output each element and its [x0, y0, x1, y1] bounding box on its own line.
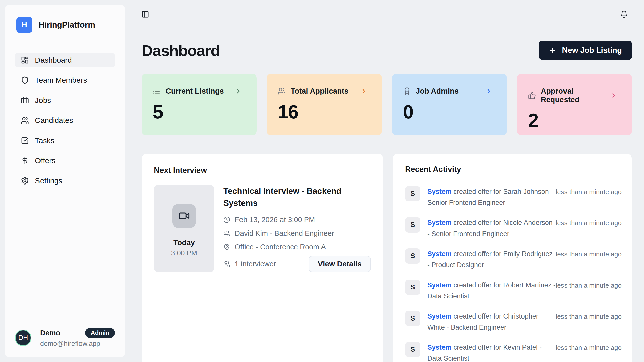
activity-text: System created offer for Emily Rodriguez… [427, 248, 556, 270]
dashboard-content: Dashboard New Job Listing Current Listin… [125, 41, 644, 362]
interview-datetime-row: Feb 13, 2026 at 3:00 PM [223, 216, 371, 224]
recent-activity-heading: Recent Activity [405, 165, 622, 174]
stat-label: Job Admins [416, 87, 459, 95]
activity-text: System created offer for Nicole Anderson… [427, 217, 556, 239]
sidebar-item-label: Settings [35, 176, 62, 185]
user-name: Demo [40, 329, 60, 337]
activity-avatar: S [405, 217, 420, 233]
sidebar-item-dashboard[interactable]: Dashboard [15, 53, 115, 67]
stat-card-current-listings[interactable]: Current Listings 5 [142, 74, 257, 135]
list-icon [153, 87, 160, 95]
page-title: Dashboard [142, 41, 220, 59]
interview-date-tile: Today 3:00 PM [154, 185, 214, 272]
activity-actor[interactable]: System [427, 281, 452, 289]
activity-item: S System created offer for Christopher W… [405, 311, 622, 333]
stat-value: 2 [528, 111, 621, 130]
sidebar-item-label: Candidates [35, 116, 73, 125]
main-area: Dashboard New Job Listing Current Listin… [125, 0, 644, 362]
app-root: H HiringPlatform Dashboard Team Members [0, 0, 644, 362]
chevron-right-icon [360, 87, 371, 95]
activity-item: S System created offer for Sarah Johnson… [405, 186, 622, 208]
sidebar-item-label: Team Members [35, 76, 87, 84]
sidebar-item-label: Offers [35, 156, 55, 165]
activity-item: S System created offer for Robert Martin… [405, 280, 622, 302]
map-pin-icon [223, 244, 230, 250]
app-logo-letter: H [22, 20, 27, 29]
activity-actor[interactable]: System [427, 344, 452, 351]
interviewer-count-row: 1 interviewer [223, 260, 276, 268]
activity-item: S System created offer for Kevin Patel -… [405, 342, 622, 362]
notifications-button[interactable] [620, 10, 628, 18]
activity-timestamp: less than a minute ago [556, 342, 622, 352]
stat-value: 16 [278, 102, 371, 121]
activity-text: System created offer for Christopher Whi… [427, 311, 556, 333]
stat-label: Approval Requested [541, 87, 605, 104]
activity-timestamp: less than a minute ago [556, 311, 622, 321]
chevron-right-icon [235, 87, 246, 95]
sidebar-toggle-button[interactable] [141, 10, 149, 18]
app-title: HiringPlatform [38, 20, 95, 30]
briefcase-icon [21, 96, 29, 104]
stat-value: 5 [153, 102, 246, 121]
award-icon [403, 87, 411, 95]
plus-icon [549, 47, 556, 54]
stat-label: Total Applicants [291, 87, 348, 95]
new-job-listing-label: New Job Listing [562, 46, 622, 55]
next-interview-card: Next Interview Today 3:00 PM Technical I… [142, 154, 383, 362]
sidebar-item-candidates[interactable]: Candidates [15, 113, 115, 127]
thumbs-up-icon [528, 92, 536, 99]
users-icon [278, 87, 286, 95]
activity-actor[interactable]: System [427, 188, 452, 195]
app-logo: H HiringPlatform [15, 17, 115, 33]
avatar-initials: DH [18, 334, 28, 342]
sidebar-nav: Dashboard Team Members Jobs Candidates [15, 53, 115, 188]
sidebar-item-team-members[interactable]: Team Members [15, 73, 115, 87]
avatar: DH [15, 330, 31, 346]
stat-label: Current Listings [166, 87, 224, 95]
sidebar-item-tasks[interactable]: Tasks [15, 133, 115, 148]
sidebar-item-label: Jobs [35, 96, 51, 105]
sidebar-item-settings[interactable]: Settings [15, 174, 115, 188]
bell-icon [620, 10, 628, 18]
user-email: demo@hireflow.app [40, 340, 115, 348]
interview-details: Technical Interview - Backend Systems Fe… [223, 185, 371, 272]
activity-actor[interactable]: System [427, 312, 452, 320]
stat-card-total-applicants[interactable]: Total Applicants 16 [267, 74, 382, 135]
interview-location-row: Office - Conference Room A [223, 243, 371, 251]
activity-actor[interactable]: System [427, 219, 452, 227]
recent-activity-card: Recent Activity S System created offer f… [393, 154, 632, 362]
user-card[interactable]: DH Demo Admin demo@hireflow.app [15, 328, 115, 348]
stats-row: Current Listings 5 Total Applicants [142, 74, 632, 135]
interview-person-row: David Kim - Backend Engineer [223, 229, 371, 238]
panel-left-icon [141, 10, 149, 18]
activity-text: System created offer for Robert Martinez… [427, 280, 556, 302]
sidebar-item-offers[interactable]: Offers [15, 154, 115, 168]
shield-icon [21, 76, 29, 84]
stat-card-approval-requested[interactable]: Approval Requested 2 [517, 74, 632, 135]
lower-row: Next Interview Today 3:00 PM Technical I… [142, 154, 632, 362]
view-details-button[interactable]: View Details [309, 256, 371, 272]
interview-person: David Kim - Backend Engineer [235, 229, 334, 238]
sidebar-item-jobs[interactable]: Jobs [15, 93, 115, 107]
activity-text: System created offer for Kevin Patel - D… [427, 342, 556, 362]
layout-dashboard-icon [21, 56, 29, 64]
new-job-listing-button[interactable]: New Job Listing [539, 41, 632, 60]
activity-timestamp: less than a minute ago [556, 248, 622, 258]
title-row: Dashboard New Job Listing [142, 41, 632, 60]
app-logo-icon: H [16, 17, 32, 33]
next-interview-heading: Next Interview [154, 166, 371, 175]
interview-footer: 1 interviewer View Details [223, 256, 371, 272]
activity-list: S System created offer for Sarah Johnson… [405, 186, 622, 362]
stat-card-job-admins[interactable]: Job Admins 0 [392, 74, 507, 135]
sidebar-item-label: Tasks [35, 136, 54, 145]
activity-actor[interactable]: System [427, 250, 452, 258]
activity-avatar: S [405, 342, 420, 357]
stat-value: 0 [403, 102, 496, 121]
sidebar-item-label: Dashboard [35, 56, 72, 64]
topbar [125, 0, 644, 28]
role-badge: Admin [85, 328, 115, 338]
interviewer-count: 1 interviewer [235, 260, 276, 268]
sidebar: H HiringPlatform Dashboard Team Members [5, 5, 125, 357]
chevron-right-icon [485, 87, 496, 95]
square-check-icon [21, 137, 29, 145]
